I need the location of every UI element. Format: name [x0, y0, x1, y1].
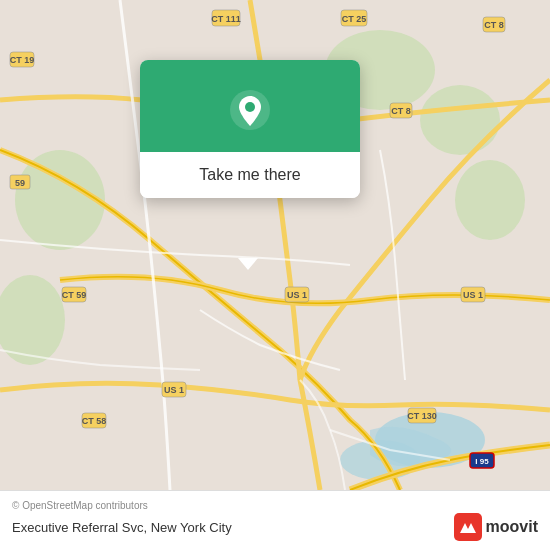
- svg-text:CT 8: CT 8: [484, 20, 504, 30]
- svg-text:59: 59: [15, 178, 25, 188]
- svg-text:I 95: I 95: [475, 457, 489, 466]
- popup-card: Take me there: [140, 60, 360, 198]
- attribution-text: © OpenStreetMap contributors: [12, 500, 538, 511]
- moovit-text: moovit: [486, 518, 538, 536]
- moovit-logo: moovit: [454, 513, 538, 541]
- moovit-icon: [454, 513, 482, 541]
- svg-text:CT 58: CT 58: [82, 416, 107, 426]
- location-pin-icon: [228, 88, 272, 132]
- svg-text:CT 19: CT 19: [10, 55, 35, 65]
- svg-text:US 1: US 1: [463, 290, 483, 300]
- svg-text:CT 25: CT 25: [342, 14, 367, 24]
- map: CT 111 CT 25 CT 8 CT 19 CT 8 CT 59 US 1 …: [0, 0, 550, 490]
- svg-point-2: [420, 85, 500, 155]
- svg-text:CT 130: CT 130: [407, 411, 437, 421]
- svg-rect-37: [454, 513, 482, 541]
- svg-point-36: [245, 102, 255, 112]
- bottom-bar: © OpenStreetMap contributors Executive R…: [0, 490, 550, 550]
- popup-button-area[interactable]: Take me there: [140, 152, 360, 198]
- svg-text:CT 8: CT 8: [391, 106, 411, 116]
- svg-text:CT 111: CT 111: [211, 14, 241, 24]
- location-name: Executive Referral Svc, New York City: [12, 520, 232, 535]
- popup-header: [140, 60, 360, 152]
- svg-point-5: [455, 160, 525, 240]
- svg-text:CT 59: CT 59: [62, 290, 87, 300]
- take-me-there-button[interactable]: Take me there: [199, 166, 300, 184]
- svg-text:US 1: US 1: [164, 385, 184, 395]
- svg-text:US 1: US 1: [287, 290, 307, 300]
